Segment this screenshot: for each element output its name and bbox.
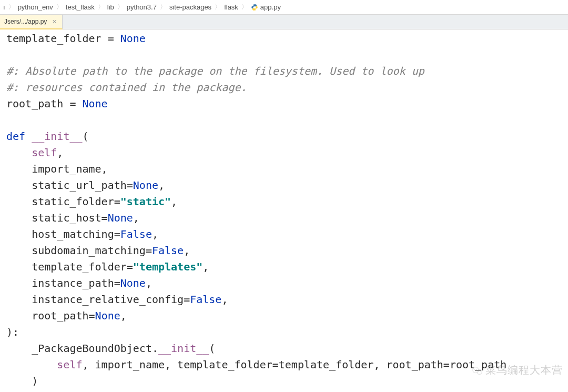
tab-label: Jsers/.../app.py	[4, 18, 47, 25]
chevron-right-icon: 〉	[56, 3, 63, 12]
breadcrumb-item[interactable]: flask	[224, 3, 238, 11]
chevron-right-icon: 〉	[8, 3, 15, 12]
code-line: host_matching=False,	[6, 226, 564, 243]
breadcrumb-label: lib	[107, 3, 114, 11]
code-line: _PackageBoundObject.__init__(	[6, 340, 564, 357]
code-line	[6, 112, 564, 128]
svg-point-0	[253, 5, 254, 5]
code-line: static_url_path=None,	[6, 177, 564, 194]
breadcrumb-item[interactable]: python3.7	[127, 3, 157, 11]
tab-app-py[interactable]: Jsers/.../app.py ✕	[0, 15, 63, 29]
breadcrumb-label: site-packages	[169, 3, 211, 11]
code-line: #: Absolute path to the package on the f…	[6, 63, 564, 79]
chevron-right-icon: 〉	[241, 3, 248, 12]
chevron-right-icon: 〉	[160, 3, 166, 12]
breadcrumb-item[interactable]: site-packages	[169, 3, 211, 11]
breadcrumb-item[interactable]: python_env	[18, 3, 53, 11]
code-line: static_host=None,	[6, 210, 564, 226]
code-line	[6, 47, 564, 63]
breadcrumb-label: app.py	[260, 3, 281, 11]
code-line: #: resources contained in the package.	[6, 79, 564, 96]
code-line: template_folder = None	[6, 31, 564, 47]
breadcrumb-item[interactable]: lib	[107, 3, 114, 11]
code-line: ):	[6, 324, 564, 340]
breadcrumb-label: ı	[3, 3, 5, 11]
code-editor[interactable]: template_folder = None #: Absolute path …	[0, 29, 568, 389]
chevron-right-icon: 〉	[117, 3, 124, 12]
code-line: import_name,	[6, 161, 564, 177]
code-line: root_path = None	[6, 96, 564, 112]
code-line: )	[6, 373, 564, 389]
code-line: static_folder="static",	[6, 194, 564, 210]
svg-point-1	[255, 9, 256, 9]
tab-bar: Jsers/.../app.py ✕	[0, 15, 568, 29]
code-line: instance_relative_config=False,	[6, 292, 564, 308]
breadcrumb-label: flask	[224, 3, 238, 11]
code-line: subdomain_matching=False,	[6, 243, 564, 259]
breadcrumb-label: test_flask	[66, 3, 95, 11]
chevron-right-icon: 〉	[215, 3, 221, 12]
code-line: def __init__(	[6, 128, 564, 145]
code-line: template_folder="templates",	[6, 259, 564, 275]
code-line: self,	[6, 145, 564, 161]
chevron-right-icon: 〉	[98, 3, 104, 12]
code-line: root_path=None,	[6, 308, 564, 324]
breadcrumb-label: python_env	[18, 3, 53, 11]
code-line: instance_path=None,	[6, 275, 564, 292]
breadcrumb-item[interactable]: ı	[3, 3, 5, 11]
python-file-icon	[251, 4, 258, 11]
breadcrumb-item[interactable]: app.py	[251, 3, 281, 11]
breadcrumb-label: python3.7	[127, 3, 157, 11]
close-icon[interactable]: ✕	[52, 18, 57, 25]
breadcrumb-item[interactable]: test_flask	[66, 3, 95, 11]
code-line: self, import_name, template_folder=templ…	[6, 357, 564, 373]
breadcrumb: ı〉python_env〉test_flask〉lib〉python3.7〉si…	[0, 0, 568, 15]
